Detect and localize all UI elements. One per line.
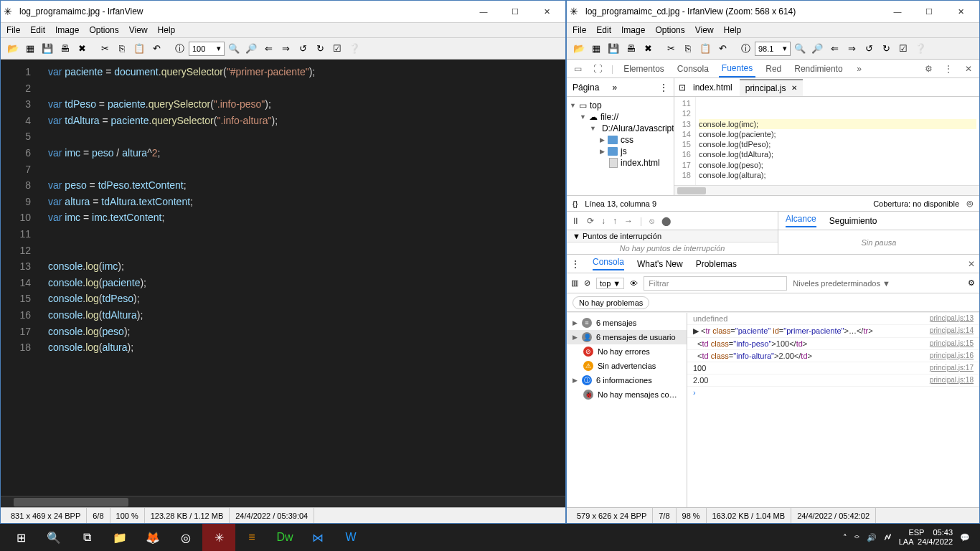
menu-image[interactable]: Image — [621, 25, 645, 35]
more-icon[interactable]: » — [612, 83, 617, 93]
open-icon[interactable]: 📂 — [5, 41, 21, 57]
help-icon[interactable]: ❔ — [913, 41, 928, 57]
maximize-button[interactable]: ☐ — [499, 1, 531, 22]
tab-consola[interactable]: Consola — [593, 257, 624, 270]
cut-icon[interactable]: ✂ — [97, 41, 113, 57]
inspect-icon[interactable]: ▭ — [571, 64, 584, 74]
menu-view[interactable]: View — [695, 25, 714, 35]
print-icon[interactable]: 🖶 — [57, 41, 72, 57]
tab-red[interactable]: Red — [763, 61, 784, 77]
prev-icon[interactable]: ⇐ — [826, 41, 842, 57]
close-devtools-icon[interactable]: ✕ — [962, 64, 975, 74]
task-view-button[interactable]: ⧉ — [70, 524, 103, 551]
file-tab-index[interactable]: index.html — [687, 80, 738, 95]
chevron-up-icon[interactable]: ˄ — [843, 533, 847, 542]
tab-whatsnew[interactable]: What's New — [637, 259, 683, 269]
save-icon[interactable]: 💾 — [39, 41, 55, 57]
zoom-input[interactable]: 98.1▾ — [755, 42, 791, 56]
live-expression-icon[interactable]: 👁 — [630, 279, 638, 288]
clock[interactable]: ESP 05:43 LAA 24/4/2022 — [899, 528, 953, 547]
undo-icon[interactable]: ↶ — [149, 41, 164, 57]
help-icon[interactable]: ❔ — [347, 41, 362, 57]
menu-file[interactable]: File — [573, 25, 586, 35]
filter-input[interactable]: Filtrar — [644, 276, 787, 291]
menu-options[interactable]: Options — [89, 25, 118, 35]
levels-selector[interactable]: Niveles predeterminados ▼ — [793, 279, 890, 288]
minimize-button[interactable]: — — [882, 1, 913, 22]
source-code[interactable]: 1112131415161718 console.log(imc);consol… — [674, 97, 979, 195]
file-tab-principal[interactable]: principal.js✕ — [740, 79, 804, 96]
app-icon[interactable]: ✳ — [202, 524, 235, 551]
word-icon[interactable]: W — [334, 524, 367, 551]
volume-icon[interactable]: 🔊 — [867, 533, 877, 542]
settings-icon[interactable]: ☑ — [329, 41, 345, 57]
step-over-icon[interactable]: ⟳ — [587, 216, 594, 226]
search-button[interactable]: 🔍 — [37, 524, 70, 551]
system-tray[interactable]: ˄ ⌔ 🔊 🗲 ESP 05:43 LAA 24/4/2022 💬 — [843, 528, 976, 547]
step-out-icon[interactable]: ↑ — [613, 216, 617, 226]
console-output[interactable]: undefinedprincipal.js:13▶ <tr class="pac… — [687, 313, 979, 507]
chrome-icon[interactable]: ◎ — [169, 524, 202, 551]
menu-help[interactable]: Help — [158, 25, 176, 35]
zoom-out-icon[interactable]: 🔎 — [809, 41, 825, 57]
prev-icon[interactable]: ⇐ — [260, 41, 276, 57]
print-icon[interactable]: 🖶 — [623, 41, 639, 57]
paste-icon[interactable]: 📋 — [697, 41, 713, 57]
taskbar[interactable]: ⊞ 🔍 ⧉ 📁 🦊 ◎ ✳ ≡ Dw ⋈ W ˄ ⌔ 🔊 🗲 ESP 05:43… — [0, 524, 980, 551]
delete-icon[interactable]: ✖ — [640, 41, 656, 57]
tab-alcance[interactable]: Alcance — [786, 214, 816, 227]
battery-icon[interactable]: 🗲 — [884, 533, 892, 542]
zoom-in-icon[interactable]: 🔍 — [792, 41, 808, 57]
file-explorer-icon[interactable]: 📁 — [103, 524, 136, 551]
zoom-out-icon[interactable]: 🔎 — [243, 41, 259, 57]
tab-consola[interactable]: Consola — [674, 61, 712, 77]
horizontal-scrollbar[interactable] — [1, 496, 565, 507]
cut-icon[interactable]: ✂ — [663, 41, 679, 57]
notifications-icon[interactable]: 💬 — [960, 533, 970, 542]
rotate-left-icon[interactable]: ↺ — [861, 41, 877, 57]
vscode-icon[interactable]: ⋈ — [301, 524, 334, 551]
close-drawer-icon[interactable]: ✕ — [968, 259, 975, 269]
menu-edit[interactable]: Edit — [30, 25, 45, 35]
menu-help[interactable]: Help — [724, 25, 742, 35]
kebab-icon[interactable]: ⋮ — [571, 259, 580, 269]
tab-pagina[interactable]: Página — [573, 83, 599, 93]
menu-image[interactable]: Image — [55, 25, 79, 35]
settings-icon[interactable]: ☑ — [895, 41, 911, 57]
device-icon[interactable]: ⛶ — [591, 64, 604, 74]
delete-icon[interactable]: ✖ — [74, 41, 90, 57]
copy-icon[interactable]: ⎘ — [680, 41, 696, 57]
deactivate-bp-icon[interactable]: ⍉ — [649, 216, 654, 226]
console-sidebar[interactable]: ▶≡6 mensajes▶👤6 mensajes de usuario⊘No h… — [567, 313, 687, 507]
file-tree[interactable]: ▼▭top ▼☁file:// ▼D:/Alura/Javascript ▶cs… — [567, 97, 674, 195]
titlebar-left[interactable]: ✳ log_programaimc.jpg - IrfanView — ☐ ✕ — [1, 1, 565, 22]
start-button[interactable]: ⊞ — [4, 524, 37, 551]
clear-console-icon[interactable]: ⊘ — [584, 278, 590, 288]
open-icon[interactable]: 📂 — [571, 41, 587, 57]
minimize-button[interactable]: — — [468, 1, 499, 22]
paste-icon[interactable]: 📋 — [131, 41, 147, 57]
maximize-button[interactable]: ☐ — [913, 1, 945, 22]
horizontal-scrollbar[interactable] — [674, 185, 979, 195]
close-button[interactable]: ✕ — [945, 1, 976, 22]
undo-icon[interactable]: ↶ — [715, 41, 730, 57]
gear-icon[interactable]: ⚙ — [922, 64, 935, 74]
sidebar-toggle-icon[interactable]: ▥ — [571, 278, 578, 288]
wifi-icon[interactable]: ⌔ — [854, 533, 859, 542]
tab-rendimiento[interactable]: Rendimiento — [791, 61, 845, 77]
menu-file[interactable]: File — [6, 25, 20, 35]
zoom-input[interactable]: 100▾ — [189, 42, 225, 56]
step-into-icon[interactable]: ↓ — [601, 216, 606, 226]
tab-elementos[interactable]: Elementos — [621, 61, 667, 77]
rotate-right-icon[interactable]: ↻ — [312, 41, 328, 57]
next-icon[interactable]: ⇒ — [844, 41, 859, 57]
step-icon[interactable]: → — [624, 216, 633, 226]
menu-view[interactable]: View — [129, 25, 148, 35]
info-icon[interactable]: ⓘ — [738, 41, 753, 57]
save-icon[interactable]: 💾 — [606, 41, 621, 57]
thumbnails-icon[interactable]: ▦ — [588, 41, 604, 57]
rotate-right-icon[interactable]: ↻ — [878, 41, 894, 57]
pause-icon[interactable]: ⏸ — [571, 216, 580, 226]
tab-seguimiento[interactable]: Seguimiento — [829, 216, 877, 226]
more-tabs-icon[interactable]: » — [853, 64, 866, 74]
